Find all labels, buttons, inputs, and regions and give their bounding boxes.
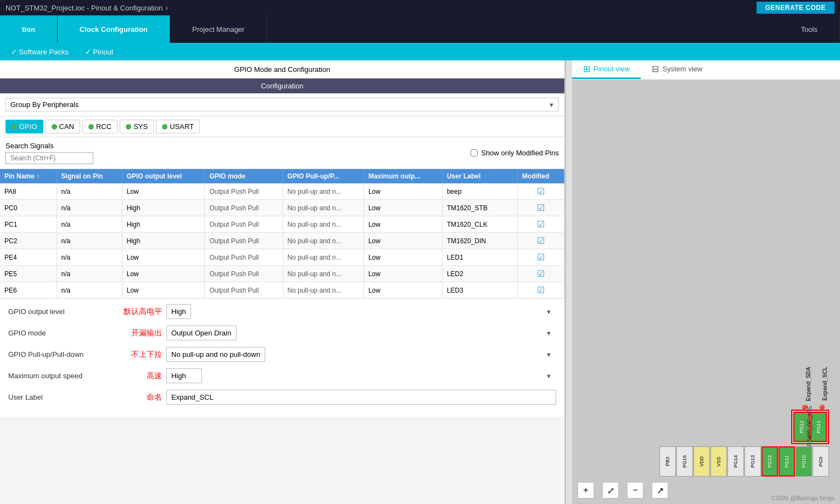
table-row[interactable]: PE4n/aLowOutput Push PullNo pull-up and … xyxy=(0,249,564,266)
gpio-dot-icon xyxy=(12,124,17,130)
zoom-in-button[interactable]: + xyxy=(578,482,594,499)
max-speed-select[interactable]: High Medium Low xyxy=(166,368,202,383)
rs485-label: RS485_DE_nRE xyxy=(807,405,813,446)
generate-code-button[interactable]: GENERATE CODE xyxy=(757,2,835,14)
modified-checkbox-checked: ☑ xyxy=(537,285,545,295)
sub-tab-software-packs[interactable]: ✓ Software Packs xyxy=(11,48,69,56)
user-label-input[interactable] xyxy=(166,390,556,405)
user-label-annotation: 命名 xyxy=(118,393,162,402)
pin-pg9[interactable]: PG9 xyxy=(813,446,829,477)
pin-pg13[interactable]: PG13 xyxy=(744,446,761,477)
tab-tools[interactable]: Tools xyxy=(779,15,840,43)
col-signal[interactable]: Signal on Pin xyxy=(57,169,122,183)
periph-tab-can[interactable]: CAN xyxy=(46,120,80,133)
modified-cell: ☑ xyxy=(517,233,564,249)
col-gpio-level[interactable]: GPIO output level xyxy=(122,169,205,183)
gpio-mode-arrow-icon: ▼ xyxy=(546,330,552,337)
pin-pg15[interactable]: PG15 xyxy=(676,446,693,477)
gpio-output-level-label: GPIO output level xyxy=(8,307,118,316)
right-panel: ⊞ Pinout view ⊟ System view Exp xyxy=(572,60,840,504)
pinout-view-icon: ⊞ xyxy=(583,64,590,74)
max-speed-wrapper: High Medium Low ▼ xyxy=(166,368,556,383)
group-by-select[interactable]: Group By Peripherals Group By Pins xyxy=(5,98,559,111)
show-modified-row: Show only Modified Pins xyxy=(471,149,559,157)
sys-dot-icon xyxy=(126,124,131,130)
gpio-pull-label: GPIO Pull-up/Pull-down xyxy=(8,350,118,359)
table-row[interactable]: PC1n/aHighOutput Push PullNo pull-up and… xyxy=(0,216,564,233)
table-row[interactable]: PC0n/aHighOutput Push PullNo pull-up and… xyxy=(0,200,564,216)
pin-pg11[interactable]: PG11 xyxy=(810,412,827,442)
tab-system-view[interactable]: ⊟ System view xyxy=(641,60,713,79)
pin-pg12-main[interactable]: PG12 xyxy=(761,446,778,477)
gpio-pull-select[interactable]: No pull-up and no pull-down Pull-up Pull… xyxy=(166,347,265,362)
system-view-icon: ⊟ xyxy=(652,64,659,74)
gpio-mode-label: GPIO mode xyxy=(8,329,118,337)
col-modified[interactable]: Modified xyxy=(517,169,564,183)
modified-cell: ☑ xyxy=(517,216,564,233)
modified-cell: ☑ xyxy=(517,282,564,299)
user-label-label: User Label xyxy=(8,393,118,401)
gpio-mode-header: GPIO Mode and Configuration xyxy=(0,60,564,79)
modified-checkbox-checked: ☑ xyxy=(537,203,545,212)
pin-pg11-main[interactable]: PG11 xyxy=(779,446,795,477)
periph-tab-rcc[interactable]: RCC xyxy=(82,120,117,133)
col-pin-name[interactable]: Pin Name ↑ xyxy=(0,169,57,183)
max-speed-row: Maximum output speed 高速 High Medium Low … xyxy=(8,368,556,383)
fit-button[interactable]: ⤢ xyxy=(602,482,619,499)
periph-tab-sys[interactable]: SYS xyxy=(120,120,154,133)
col-max-speed[interactable]: Maximum outp... xyxy=(363,169,442,183)
zoom-controls: + ⤢ − ↗ xyxy=(578,482,668,499)
periph-tab-gpio[interactable]: GPIO xyxy=(5,120,43,133)
group-by-row: Group By Peripherals Group By Pins ▼ xyxy=(0,93,564,116)
search-input[interactable] xyxy=(5,152,93,164)
gpio-pull-wrapper: No pull-up and no pull-down Pull-up Pull… xyxy=(166,347,556,362)
pin-pg10[interactable]: PG10 xyxy=(796,446,812,477)
tab-project[interactable]: Project Manager xyxy=(170,15,267,43)
table-row[interactable]: PA8n/aLowOutput Push PullNo pull-up and … xyxy=(0,183,564,200)
search-section: Search Signals xyxy=(5,142,93,164)
content-area: GPIO Mode and Configuration Configuratio… xyxy=(0,60,840,504)
show-modified-checkbox[interactable] xyxy=(471,149,478,156)
gpio-mode-row: GPIO mode 开漏输出 Output Open Drain Output … xyxy=(8,326,556,340)
col-user-label[interactable]: User Label xyxy=(442,169,517,183)
pin-table: Pin Name ↑ Signal on Pin GPIO output lev… xyxy=(0,169,564,298)
main-tab-bar: tion Clock Configuration Project Manager… xyxy=(0,15,840,43)
gpio-pull-annotation: 不上下拉 xyxy=(118,350,162,360)
gpio-output-level-row: GPIO output level 默认高电平 High Low ▼ xyxy=(8,304,556,319)
gpio-output-level-select[interactable]: High Low xyxy=(166,304,191,319)
modified-cell: ☑ xyxy=(517,266,564,282)
zoom-out-button[interactable]: − xyxy=(627,482,643,499)
gpio-output-level-annotation: 默认高电平 xyxy=(118,307,162,317)
search-row: Search Signals Show only Modified Pins xyxy=(0,137,564,169)
usart-dot-icon xyxy=(162,124,167,130)
tab-clock[interactable]: Clock Configuration xyxy=(58,15,170,43)
table-row[interactable]: PE5n/aLowOutput Push PullNo pull-up and … xyxy=(0,266,564,282)
col-gpio-mode[interactable]: GPIO mode xyxy=(205,169,283,183)
scrollbar[interactable] xyxy=(565,60,572,504)
title-bar: NOT_STM32_Project.ioc - Pinout & Configu… xyxy=(0,0,840,15)
gpio-mode-select[interactable]: Output Open Drain Output Push Pull xyxy=(166,326,237,340)
pin-pb3[interactable]: PB3 xyxy=(659,446,676,477)
pin-table-container: Pin Name ↑ Signal on Pin GPIO output lev… xyxy=(0,169,564,298)
can-dot-icon xyxy=(52,124,57,130)
chip-visualization: Expand_SDA Expand_SCL 📍 📍 PG12 PG11 PB3 … xyxy=(659,410,829,477)
col-gpio-pull[interactable]: GPIO Pull-up/P... xyxy=(283,169,363,183)
sub-tab-pinout[interactable]: ✓ Pinout xyxy=(85,48,113,56)
table-row[interactable]: PE6n/aLowOutput Push PullNo pull-up and … xyxy=(0,282,564,299)
gpio-mode-wrapper: Output Open Drain Output Push Pull ▼ xyxy=(166,326,556,340)
table-row[interactable]: PC2n/aHighOutput Push PullNo pull-up and… xyxy=(0,233,564,249)
modified-checkbox-checked: ☑ xyxy=(537,220,545,229)
export-button[interactable]: ↗ xyxy=(652,482,668,499)
breadcrumb-arrow: › xyxy=(165,3,168,12)
expand-sda-label: Expand_SDA xyxy=(805,367,811,401)
tab-pinout-view[interactable]: ⊞ Pinout view xyxy=(572,60,641,79)
modified-cell: ☑ xyxy=(517,183,564,200)
watermark: CSDN @Bazinga bingo xyxy=(771,495,835,501)
tab-pinout[interactable]: tion xyxy=(0,15,58,43)
periph-tab-usart[interactable]: USART xyxy=(156,120,200,133)
pin-vss[interactable]: VSS xyxy=(710,446,727,477)
pin-vdd[interactable]: VDD xyxy=(693,446,710,477)
view-tab-bar: ⊞ Pinout view ⊟ System view xyxy=(572,60,840,80)
chip-view-area: Expand_SDA Expand_SCL 📍 📍 PG12 PG11 PB3 … xyxy=(572,80,840,504)
pin-pg14[interactable]: PG14 xyxy=(727,446,744,477)
